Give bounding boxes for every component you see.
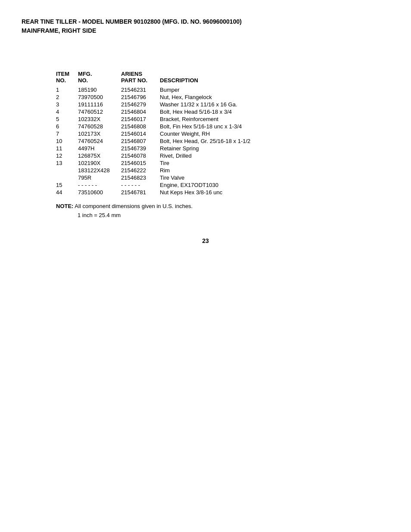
cell-mfg-no: 19111116 — [78, 101, 121, 108]
table-row: 31911111621546279Washer 11/32 x 11/16 x … — [56, 101, 280, 108]
note-label: NOTE: — [56, 203, 73, 209]
cell-ariens-part-no: 21546796 — [121, 93, 160, 101]
cell-mfg-no: 73970500 — [78, 93, 121, 101]
cell-item-no: 6 — [56, 123, 78, 130]
table-header-row: ITEMNO. MFG.NO. ARIENSPART NO. DESCRIPTI… — [56, 70, 280, 86]
cell-item-no: 44 — [56, 189, 78, 196]
cell-item-no: 4 — [56, 108, 78, 115]
table-row: 67476052821546808Bolt, Fin Hex 5/16-18 u… — [56, 123, 280, 130]
cell-mfg-no: 183122X428 — [78, 167, 121, 174]
table-row: 114497H21546739Retainer Spring — [56, 145, 280, 152]
col-header-desc: DESCRIPTION — [160, 70, 280, 86]
cell-item-no: 15 — [56, 181, 78, 189]
cell-ariens-part-no: 21546015 — [121, 159, 160, 167]
cell-item-no: 3 — [56, 101, 78, 108]
cell-description: Tire Valve — [160, 174, 280, 181]
page-number: 23 — [22, 237, 389, 244]
cell-mfg-no: 102173X — [78, 130, 121, 137]
cell-item-no: 11 — [56, 145, 78, 152]
cell-description: Rim — [160, 167, 280, 174]
cell-mfg-no: 73510600 — [78, 189, 121, 196]
cell-mfg-no: 185190 — [78, 86, 121, 93]
parts-table-container: ITEMNO. MFG.NO. ARIENSPART NO. DESCRIPTI… — [56, 70, 389, 196]
cell-item-no — [56, 174, 78, 181]
table-row: 5102332X21546017Bracket, Reinforcement — [56, 115, 280, 123]
col-header-item: ITEMNO. — [56, 70, 78, 86]
cell-description: Bolt, Fin Hex 5/16-18 unc x 1-3/4 — [160, 123, 280, 130]
note-text2: 1 inch = 25.4 mm — [78, 212, 121, 218]
table-row: 47476051221546804Bolt, Hex Head 5/16-18 … — [56, 108, 280, 115]
cell-description: Bracket, Reinforcement — [160, 115, 280, 123]
cell-description: Rivet, Drilled — [160, 152, 280, 159]
cell-description: Nut Keps Hex 3/8-16 unc — [160, 189, 280, 196]
cell-item-no: 10 — [56, 137, 78, 145]
cell-ariens-part-no: 21546078 — [121, 152, 160, 159]
cell-ariens-part-no: 21546808 — [121, 123, 160, 130]
cell-item-no: 7 — [56, 130, 78, 137]
cell-mfg-no: 102190X — [78, 159, 121, 167]
cell-description: Bumper — [160, 86, 280, 93]
table-row: 13102190X21546015Tire — [56, 159, 280, 167]
cell-ariens-part-no: 21546781 — [121, 189, 160, 196]
cell-mfg-no: 795R — [78, 174, 121, 181]
parts-table: ITEMNO. MFG.NO. ARIENSPART NO. DESCRIPTI… — [56, 70, 280, 196]
cell-description: Engine, EX17ODT1030 — [160, 181, 280, 189]
cell-ariens-part-no: 21546279 — [121, 101, 160, 108]
cell-ariens-part-no: 21546222 — [121, 167, 160, 174]
cell-ariens-part-no: - - - - - - — [121, 181, 160, 189]
table-row: 12126875X21546078Rivet, Drilled — [56, 152, 280, 159]
cell-description: Retainer Spring — [160, 145, 280, 152]
cell-ariens-part-no: 21546804 — [121, 108, 160, 115]
table-row: 15- - - - - -- - - - - -Engine, EX17ODT1… — [56, 181, 280, 189]
cell-ariens-part-no: 21546017 — [121, 115, 160, 123]
cell-description: Bolt, Hex Head, Gr. 25/16-18 x 1-1/2 — [160, 137, 280, 145]
note-section: NOTE: All component dimensions given in … — [56, 202, 389, 220]
table-row: 447351060021546781Nut Keps Hex 3/8-16 un… — [56, 189, 280, 196]
cell-description: Washer 11/32 x 11/16 x 16 Ga. — [160, 101, 280, 108]
cell-description: Tire — [160, 159, 280, 167]
col-header-mfg: MFG.NO. — [78, 70, 121, 86]
cell-ariens-part-no: 21546823 — [121, 174, 160, 181]
header-line2: MAINFRAME, RIGHT SIDE — [22, 26, 389, 35]
table-row: 183122X42821546222Rim — [56, 167, 280, 174]
cell-mfg-no: 4497H — [78, 145, 121, 152]
cell-ariens-part-no: 21546014 — [121, 130, 160, 137]
cell-item-no: 13 — [56, 159, 78, 167]
cell-ariens-part-no: 21546739 — [121, 145, 160, 152]
cell-item-no: 2 — [56, 93, 78, 101]
cell-item-no: 12 — [56, 152, 78, 159]
table-row: 7102173X21546014Counter Weight, RH — [56, 130, 280, 137]
cell-item-no — [56, 167, 78, 174]
col-header-ariens: ARIENSPART NO. — [121, 70, 160, 86]
cell-mfg-no: 126875X — [78, 152, 121, 159]
cell-item-no: 1 — [56, 86, 78, 93]
table-row: 27397050021546796Nut, Hex, Flangelock — [56, 93, 280, 101]
cell-description: Counter Weight, RH — [160, 130, 280, 137]
note-text1: All component dimensions given in U.S. i… — [75, 203, 193, 209]
cell-description: Bolt, Hex Head 5/16-18 x 3/4 — [160, 108, 280, 115]
cell-mfg-no: 74760512 — [78, 108, 121, 115]
cell-description: Nut, Hex, Flangelock — [160, 93, 280, 101]
header-line1: REAR TINE TILLER - MODEL NUMBER 90102800… — [22, 17, 389, 26]
cell-ariens-part-no: 21546807 — [121, 137, 160, 145]
cell-ariens-part-no: 21546231 — [121, 86, 160, 93]
table-row: 795R21546823Tire Valve — [56, 174, 280, 181]
table-row: 118519021546231Bumper — [56, 86, 280, 93]
cell-mfg-no: - - - - - - — [78, 181, 121, 189]
cell-item-no: 5 — [56, 115, 78, 123]
cell-mfg-no: 74760528 — [78, 123, 121, 130]
page-header: REAR TINE TILLER - MODEL NUMBER 90102800… — [22, 17, 389, 35]
cell-mfg-no: 102332X — [78, 115, 121, 123]
cell-mfg-no: 74760524 — [78, 137, 121, 145]
table-row: 107476052421546807Bolt, Hex Head, Gr. 25… — [56, 137, 280, 145]
